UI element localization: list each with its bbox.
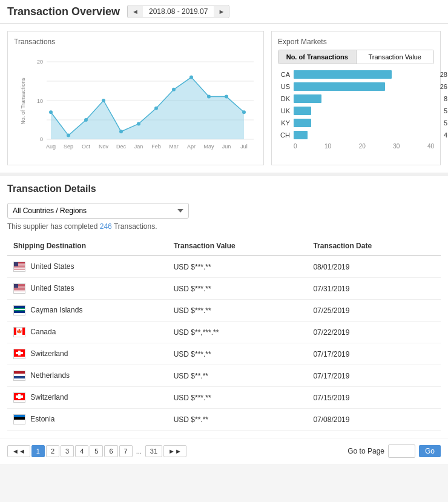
page-3-button[interactable]: 3 (61, 445, 74, 457)
tab-no-of-transactions[interactable]: No. of Transactions (278, 50, 357, 64)
date-next-button[interactable]: ► (214, 6, 229, 17)
page-first-button[interactable]: ◄◄ (7, 445, 30, 457)
x-label-feb: Feb (151, 144, 161, 150)
charts-row: Transactions No. of Transactions 20 10 0 (0, 24, 448, 173)
date-range: 2018.08 - 2019.07 (143, 5, 214, 18)
x-label-sep: Sep (64, 144, 73, 150)
bar-axis-label: 30 (393, 143, 400, 150)
page-4-button[interactable]: 4 (75, 445, 88, 457)
page-5-button[interactable]: 5 (90, 445, 103, 457)
page-last-button[interactable]: ►► (163, 445, 186, 457)
chart-dot-dec (119, 130, 123, 133)
date-prev-button[interactable]: ◄ (128, 6, 143, 17)
details-title: Transaction Details (7, 183, 441, 194)
bar-fill-ky (294, 119, 311, 127)
transactions-chart-title: Transactions (14, 38, 257, 46)
page-2-button[interactable]: 2 (46, 445, 59, 457)
flag-ch (13, 392, 25, 403)
go-to-page-label: Go to Page (348, 447, 384, 455)
line-chart-area: No. of Transactions 20 10 0 (14, 50, 257, 159)
flag-us (13, 262, 25, 272)
table-body: United States USD $***.** 08/01/2019 Uni… (7, 256, 441, 431)
filter-row: All Countries / RegionsUnited StatesCaym… (7, 203, 441, 219)
chart-dot-mar (172, 88, 176, 91)
bar-label-dk: DK (278, 95, 290, 102)
page-1-button[interactable]: 1 (31, 445, 45, 457)
cell-value-2: USD $***.** (168, 300, 308, 322)
svg-rect-39 (14, 420, 25, 422)
svg-rect-38 (14, 417, 25, 420)
bar-axis-label: 0 (294, 143, 297, 150)
country-name-5: Netherlands (30, 371, 70, 380)
bar-fill-ch (294, 131, 308, 139)
country-name-7: Estonia (30, 415, 54, 423)
svg-rect-31 (14, 371, 25, 374)
cell-date-2: 07/25/2019 (307, 300, 441, 322)
go-button[interactable]: Go (419, 445, 441, 457)
bar-fill-dk (294, 94, 321, 103)
country-name-2: Cayman Islands (30, 306, 82, 314)
bar-value-ch: 4 (444, 131, 447, 139)
x-label-oct: Oct (82, 144, 91, 150)
x-label-dec: Dec (116, 144, 127, 150)
country-name-4: Switzerland (30, 349, 68, 358)
x-label-aug: Aug (46, 144, 56, 150)
cell-value-6: USD $***.** (168, 387, 308, 409)
svg-text:🍁: 🍁 (16, 328, 22, 334)
date-nav: ◄ 2018.08 - 2019.07 ► (127, 5, 229, 18)
svg-rect-33 (14, 376, 25, 378)
cell-value-5: USD $**.** (168, 365, 308, 387)
flag-ca: 🍁 (13, 327, 25, 337)
cell-country-3: 🍁 Canada (7, 322, 168, 343)
chart-dot-feb (154, 107, 158, 110)
bar-row-ca: CA 28 (278, 70, 434, 79)
cell-date-3: 07/22/2019 (307, 322, 441, 343)
bar-label-ky: KY (278, 119, 290, 127)
y-label-0: 0 (40, 136, 43, 142)
x-label-jul: Jul (240, 144, 248, 150)
cell-date-4: 07/17/2019 (307, 343, 441, 365)
chart-dot-nov (102, 99, 105, 102)
bar-label-uk: UK (278, 107, 290, 114)
x-label-nov: Nov (99, 144, 109, 150)
bar-label-ch: CH (278, 131, 290, 139)
cell-date-7: 07/08/2019 (307, 409, 441, 431)
svg-rect-19 (14, 290, 25, 291)
tab-transaction-value[interactable]: Transaction Value (357, 50, 434, 64)
chart-dot-jul (242, 110, 246, 114)
svg-rect-25 (22, 328, 25, 335)
table-row: Switzerland USD $***.** 07/17/2019 (7, 343, 441, 365)
pagination-right: Go to Page Go (348, 444, 441, 458)
svg-rect-11 (14, 268, 25, 269)
svg-rect-12 (14, 262, 18, 266)
page-6-button[interactable]: 6 (104, 445, 117, 457)
page-31-button[interactable]: 31 (145, 445, 162, 457)
x-label-mar: Mar (169, 144, 179, 150)
chart-dot-aug (49, 110, 53, 114)
page-ellipsis: ... (134, 446, 144, 457)
svg-rect-20 (14, 284, 18, 288)
page-header: Transaction Overview ◄ 2018.08 - 2019.07… (0, 0, 448, 24)
svg-rect-32 (14, 374, 25, 376)
flag-us (13, 283, 25, 294)
pagination-bar: ◄◄ 1 2 3 4 5 6 7 ... 31 ►► Go to Page Go (0, 438, 448, 464)
bar-row-dk: DK 8 (278, 94, 434, 103)
x-label-apr: Apr (187, 144, 196, 150)
bar-track-dk: 8 (294, 94, 434, 103)
country-filter-select[interactable]: All Countries / RegionsUnited StatesCaym… (7, 203, 189, 219)
transaction-table: Shipping Destination Transaction Value T… (7, 237, 441, 431)
bar-axis-label: 40 (427, 143, 434, 150)
cell-date-0: 08/01/2019 (307, 256, 441, 278)
bar-track-ch: 4 (294, 131, 434, 139)
bar-value-ky: 5 (444, 119, 447, 127)
transaction-count-link[interactable]: 246 (100, 222, 112, 231)
chart-dot-apr (189, 76, 193, 79)
flag-ky (13, 305, 25, 315)
col-shipping: Shipping Destination (7, 237, 168, 256)
page-7-button[interactable]: 7 (119, 445, 133, 457)
bar-fill-uk (294, 107, 311, 115)
go-page-input[interactable] (388, 444, 415, 458)
bar-axis-label: 10 (324, 143, 331, 150)
svg-rect-37 (14, 415, 25, 417)
flag-ch (13, 349, 25, 359)
